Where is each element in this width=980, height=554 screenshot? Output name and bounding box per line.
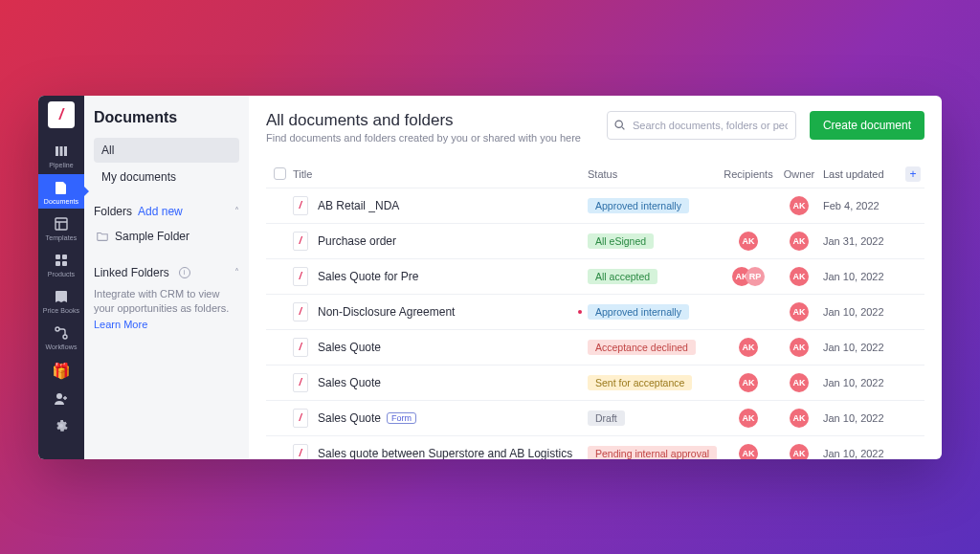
rail-item-gift[interactable]: 🎁 xyxy=(38,356,84,384)
document-icon: / xyxy=(293,338,308,357)
table-row[interactable]: /Sales QuoteSent for acceptanceAKAKJan 1… xyxy=(266,365,924,400)
row-title-cell[interactable]: /AB Retail _NDA xyxy=(293,196,588,215)
row-title-cell[interactable]: /Sales Quote xyxy=(293,373,588,392)
rail-item-settings[interactable] xyxy=(38,412,84,437)
row-title-cell[interactable]: /Sales quote between Superstore and AB L… xyxy=(293,444,588,459)
create-document-button[interactable]: Create document xyxy=(810,111,924,140)
row-status-cell: All eSigned xyxy=(588,233,722,249)
avatar[interactable]: AK xyxy=(790,444,809,459)
row-title-cell[interactable]: /Purchase order xyxy=(293,232,588,251)
select-all-checkbox[interactable] xyxy=(266,167,293,180)
folder-item[interactable]: Sample Folder xyxy=(94,226,239,247)
svg-point-11 xyxy=(615,121,622,127)
user-plus-icon xyxy=(54,391,69,407)
row-owner-cell: AK xyxy=(775,444,823,459)
col-owner[interactable]: Owner xyxy=(775,168,823,180)
form-tag: Form xyxy=(387,412,416,424)
row-updated: Feb 4, 2022 xyxy=(823,200,905,211)
table-row[interactable]: /AB Retail _NDAApproved internallyAKFeb … xyxy=(266,188,924,223)
sidebar-title: Documents xyxy=(94,109,239,126)
avatar[interactable]: AK xyxy=(790,196,809,215)
svg-rect-6 xyxy=(56,261,60,266)
row-title-cell[interactable]: /Sales QuoteForm xyxy=(293,409,588,428)
row-recipients-cell: AKRP xyxy=(722,267,775,286)
avatar[interactable]: AK xyxy=(790,232,809,251)
rail-label: Pipeline xyxy=(49,162,74,168)
avatar[interactable]: AK xyxy=(790,267,809,286)
status-badge: Pending internal approval xyxy=(588,446,717,459)
info-icon[interactable]: i xyxy=(179,267,190,278)
avatar[interactable]: AK xyxy=(739,338,758,357)
linked-folders-section: Linked Folders i ˄ Integrate with CRM to… xyxy=(94,266,239,333)
add-column-button[interactable]: + xyxy=(905,166,921,182)
row-status-cell: Approved internally xyxy=(588,198,722,213)
rail-item-templates[interactable]: Templates xyxy=(38,211,84,245)
status-badge: Acceptance declined xyxy=(588,340,696,355)
rail-item-pricebooks[interactable]: Price Books xyxy=(38,283,84,318)
avatar[interactable]: AK xyxy=(790,338,809,357)
page-subtitle: Find documents and folders created by yo… xyxy=(266,132,593,144)
rail-item-documents[interactable]: Documents xyxy=(38,174,84,209)
chevron-up-icon[interactable]: ˄ xyxy=(234,267,239,277)
learn-more-link[interactable]: Learn More xyxy=(94,318,239,332)
row-updated: Jan 10, 2022 xyxy=(823,412,905,424)
svg-rect-1 xyxy=(60,146,63,156)
avatar[interactable]: AK xyxy=(739,373,758,392)
row-status-cell: Draft xyxy=(588,410,722,426)
row-title-cell[interactable]: /Sales Quote for Pre xyxy=(293,267,588,286)
avatar[interactable]: RP xyxy=(746,267,765,286)
svg-rect-4 xyxy=(56,255,60,259)
avatar[interactable]: AK xyxy=(739,232,758,251)
page-title: All documents and folders xyxy=(266,111,593,130)
rail-item-pipeline[interactable]: Pipeline xyxy=(38,138,84,172)
sidebar-tab-all[interactable]: All xyxy=(94,138,239,163)
rail-label: Products xyxy=(48,271,75,277)
avatar[interactable]: AK xyxy=(790,409,809,428)
rail-label: Workflows xyxy=(45,343,77,350)
search-box xyxy=(607,111,796,140)
table-row[interactable]: /Purchase orderAll eSignedAKAKJan 31, 20… xyxy=(266,223,924,258)
row-updated: Jan 10, 2022 xyxy=(823,377,905,388)
col-recipients[interactable]: Recipients xyxy=(722,168,775,180)
folder-icon xyxy=(96,230,109,243)
table-row[interactable]: /Sales Quote for PreAll acceptedAKRPAKJa… xyxy=(266,258,924,294)
rail-item-workflows[interactable]: Workflows xyxy=(38,320,84,354)
documents-table: Title Status Recipients Owner Last updat… xyxy=(266,161,924,459)
row-title-cell[interactable]: /Sales Quote xyxy=(293,338,588,357)
avatar[interactable]: AK xyxy=(790,373,809,392)
table-row[interactable]: /Sales quote between Superstore and AB L… xyxy=(266,435,924,459)
pricebooks-icon xyxy=(54,289,69,304)
linked-folders-msg: Integrate with CRM to view your opportun… xyxy=(94,287,239,333)
search-input[interactable] xyxy=(607,111,796,140)
avatar[interactable]: AK xyxy=(790,302,809,321)
avatar[interactable]: AK xyxy=(739,409,758,428)
document-icon: / xyxy=(293,232,308,251)
status-badge: All eSigned xyxy=(588,233,654,249)
row-status-cell: Acceptance declined xyxy=(588,340,722,355)
avatar[interactable]: AK xyxy=(739,444,758,459)
chevron-up-icon[interactable]: ˄ xyxy=(234,206,239,216)
row-recipients-cell: AK xyxy=(722,338,775,357)
document-icon xyxy=(54,180,69,195)
document-icon: / xyxy=(293,444,308,459)
col-title[interactable]: Title xyxy=(293,168,588,180)
row-status-cell: Sent for acceptance xyxy=(588,375,722,390)
sidebar-tab-my-documents[interactable]: My documents xyxy=(94,165,239,189)
col-updated[interactable]: Last updated xyxy=(823,168,905,180)
app-logo[interactable]: / xyxy=(48,101,75,128)
rail-item-products[interactable]: Products xyxy=(38,247,84,281)
rail-item-invite[interactable] xyxy=(38,386,84,410)
svg-point-8 xyxy=(56,327,59,331)
row-title-cell[interactable]: /Non-Disclosure Agreement xyxy=(293,302,588,321)
col-status[interactable]: Status xyxy=(588,168,722,180)
status-badge: All accepted xyxy=(588,269,657,284)
table-row[interactable]: /Non-Disclosure AgreementApproved intern… xyxy=(266,294,924,329)
table-row[interactable]: /Sales QuoteAcceptance declinedAKAKJan 1… xyxy=(266,329,924,365)
add-folder-link[interactable]: Add new xyxy=(138,205,183,218)
table-row[interactable]: /Sales QuoteFormDraftAKAKJan 10, 2022 xyxy=(266,400,924,435)
row-title: AB Retail _NDA xyxy=(318,199,399,212)
linked-folders-label: Linked Folders xyxy=(94,266,169,279)
table-header: Title Status Recipients Owner Last updat… xyxy=(266,161,924,188)
row-title: Sales quote between Superstore and AB Lo… xyxy=(318,447,572,459)
search-icon xyxy=(613,119,626,131)
